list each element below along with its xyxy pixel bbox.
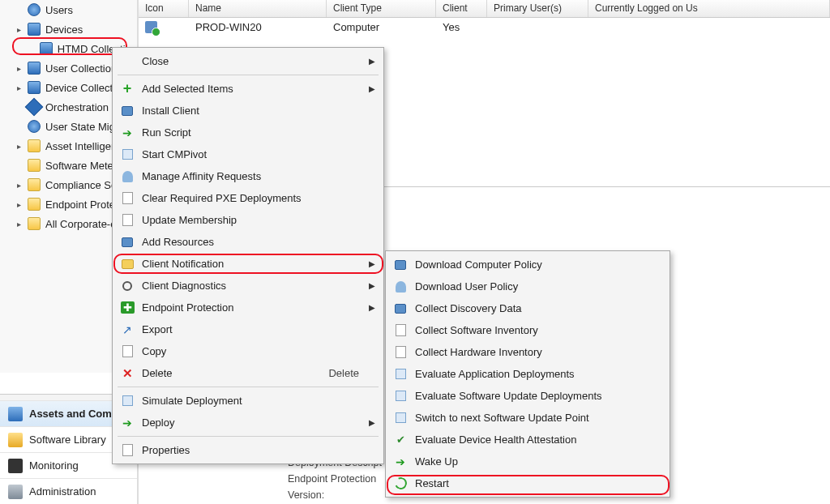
expander-icon[interactable]: ▸ bbox=[15, 83, 23, 92]
expander-icon[interactable]: ▸ bbox=[15, 25, 23, 34]
menu-item-update-membership[interactable]: Update Membership bbox=[114, 209, 382, 231]
cell-client-type: Computer bbox=[327, 21, 436, 33]
x-icon: ✕ bbox=[119, 365, 135, 382]
doc-icon bbox=[119, 442, 135, 459]
column-header[interactable]: Name bbox=[189, 0, 327, 17]
menu-item-manage-affinity-requests[interactable]: Manage Affinity Requests bbox=[114, 165, 382, 187]
cell-client: Yes bbox=[436, 21, 487, 33]
arrow-icon: ➔ bbox=[119, 415, 135, 431]
tree-item-label: Devices bbox=[45, 23, 83, 36]
menu-item-label: Evaluate Software Update Deployments bbox=[415, 390, 602, 402]
column-header[interactable]: Currently Logged on Us bbox=[588, 0, 830, 17]
menu-item-label: Manage Affinity Requests bbox=[142, 170, 261, 182]
menu-item-deploy[interactable]: ➔Deploy▶ bbox=[114, 412, 382, 434]
folder-icon bbox=[28, 178, 41, 191]
box-icon bbox=[119, 393, 135, 409]
expander-icon[interactable]: ▸ bbox=[15, 181, 23, 190]
menu-item-label: Close bbox=[142, 55, 169, 67]
user-icon bbox=[392, 279, 409, 295]
menu-item-label: Properties bbox=[142, 444, 190, 456]
menu-item-evaluate-device-health-attestation[interactable]: ✔Evaluate Device Health Attestation bbox=[387, 429, 668, 451]
submenu-arrow-icon: ▶ bbox=[369, 57, 375, 66]
doc-icon bbox=[392, 322, 409, 339]
doc-icon bbox=[392, 344, 409, 361]
doc-icon bbox=[119, 212, 135, 229]
pc-icon bbox=[392, 301, 409, 317]
menu-item-switch-to-next-software-update-point[interactable]: Switch to next Software Update Point bbox=[387, 407, 668, 429]
menu-item-evaluate-application-deployments[interactable]: Evaluate Application Deployments bbox=[387, 363, 668, 385]
menu-item-label: Evaluate Application Deployments bbox=[415, 368, 575, 380]
submenu-arrow-icon: ▶ bbox=[369, 84, 375, 93]
box-icon bbox=[392, 410, 409, 426]
device-icon bbox=[28, 23, 41, 36]
menu-item-clear-required-pxe-deployments[interactable]: Clear Required PXE Deployments bbox=[114, 187, 382, 209]
menu-item-add-selected-items[interactable]: +Add Selected Items▶ bbox=[114, 78, 382, 100]
column-header[interactable]: Client bbox=[436, 0, 487, 17]
tree-item-users[interactable]: Users bbox=[0, 0, 137, 19]
shield-icon: ✚ bbox=[119, 300, 135, 316]
folder-icon bbox=[119, 256, 135, 272]
pc-icon bbox=[392, 257, 409, 273]
column-header[interactable]: Client Type bbox=[327, 0, 436, 17]
menu-item-label: Switch to next Software Update Point bbox=[415, 412, 589, 424]
workspace-admin[interactable]: Administration bbox=[0, 478, 137, 504]
menu-item-simulate-deployment[interactable]: Simulate Deployment bbox=[114, 390, 382, 412]
tree-item-label: Orchestration G bbox=[45, 101, 120, 113]
mag-icon bbox=[119, 278, 135, 294]
menu-item-label: Start CMPivot bbox=[142, 148, 207, 160]
folder-icon bbox=[28, 217, 41, 230]
expander-icon[interactable]: ▸ bbox=[15, 64, 23, 73]
tree-item-label: Users bbox=[45, 4, 73, 16]
plus-icon: + bbox=[119, 81, 135, 97]
menu-item-collect-hardware-inventory[interactable]: Collect Hardware Inventory bbox=[387, 341, 668, 363]
menu-item-label: Add Selected Items bbox=[142, 83, 233, 95]
mon-icon bbox=[8, 459, 23, 473]
submenu-arrow-icon: ▶ bbox=[369, 418, 375, 427]
menu-item-copy[interactable]: Copy bbox=[114, 340, 382, 362]
menu-item-endpoint-protection[interactable]: ✚Endpoint Protection▶ bbox=[114, 297, 382, 318]
menu-item-collect-software-inventory[interactable]: Collect Software Inventory bbox=[387, 319, 668, 341]
menu-item-evaluate-software-update-deployments[interactable]: Evaluate Software Update Deployments bbox=[387, 385, 668, 407]
menu-item-properties[interactable]: Properties bbox=[114, 439, 382, 461]
assets-icon bbox=[8, 407, 23, 421]
pc-icon bbox=[119, 234, 135, 250]
menu-item-restart[interactable]: Restart bbox=[387, 472, 668, 494]
menu-item-delete[interactable]: ✕DeleteDelete bbox=[114, 362, 382, 384]
menu-item-label: Collect Software Inventory bbox=[415, 324, 538, 336]
menu-item-wake-up[interactable]: ➔Wake Up bbox=[387, 451, 668, 472]
box-icon bbox=[392, 366, 409, 382]
arrow-icon: ➔ bbox=[392, 454, 409, 470]
column-header[interactable]: Icon bbox=[139, 0, 189, 17]
menu-item-label: Simulate Deployment bbox=[142, 395, 242, 407]
menu-item-client-notification[interactable]: Client Notification▶ bbox=[114, 253, 382, 275]
menu-item-start-cmpivot[interactable]: Start CMPivot bbox=[114, 143, 382, 165]
menu-item-label: Client Notification bbox=[142, 258, 224, 270]
menu-item-close[interactable]: Close▶ bbox=[114, 50, 382, 72]
expander-icon[interactable]: ▸ bbox=[15, 200, 23, 209]
menu-item-label: Export bbox=[142, 323, 173, 335]
menu-item-label: Download User Policy bbox=[415, 280, 518, 293]
user-icon bbox=[28, 120, 41, 133]
expander-icon[interactable]: ▸ bbox=[15, 220, 23, 229]
expander-icon[interactable]: ▸ bbox=[15, 142, 23, 151]
menu-item-run-script[interactable]: ➔Run Script bbox=[114, 122, 382, 143]
box-icon bbox=[392, 388, 409, 404]
table-row[interactable]: PROD-WIN20ComputerYes bbox=[139, 18, 830, 36]
context-menu-submenu: Download Computer PolicyDownload User Po… bbox=[385, 250, 670, 498]
column-header[interactable]: Primary User(s) bbox=[487, 0, 588, 17]
menu-item-export[interactable]: ↗Export bbox=[114, 318, 382, 340]
menu-item-download-user-policy[interactable]: Download User Policy bbox=[387, 275, 668, 297]
menu-item-install-client[interactable]: Install Client bbox=[114, 100, 382, 122]
menu-item-download-computer-policy[interactable]: Download Computer Policy bbox=[387, 254, 668, 275]
menu-item-collect-discovery-data[interactable]: Collect Discovery Data bbox=[387, 297, 668, 319]
menu-item-client-diagnostics[interactable]: Client Diagnostics▶ bbox=[114, 275, 382, 297]
menu-item-label: Download Computer Policy bbox=[415, 258, 542, 271]
menu-item-label: Delete bbox=[142, 367, 173, 379]
menu-item-add-resources[interactable]: Add Resources bbox=[114, 231, 382, 253]
export-icon: ↗ bbox=[119, 322, 135, 338]
tree-item-devices[interactable]: ▸Devices bbox=[0, 19, 137, 39]
doc-icon bbox=[119, 344, 135, 360]
folder-icon bbox=[28, 198, 41, 211]
workspace-label: Software Library bbox=[29, 434, 106, 446]
menu-item-label: Run Script bbox=[142, 126, 191, 139]
